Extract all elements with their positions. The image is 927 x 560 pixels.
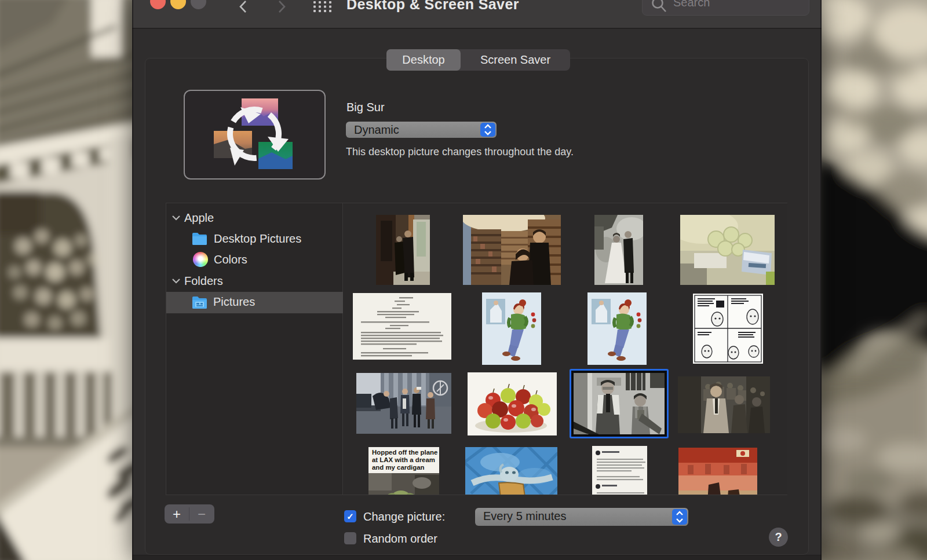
svg-text:at LAX with a dream: at LAX with a dream bbox=[372, 456, 435, 463]
svg-text:Hopped off the plane: Hopped off the plane bbox=[372, 449, 437, 456]
svg-text:and my cardigan: and my cardigan bbox=[372, 464, 425, 471]
